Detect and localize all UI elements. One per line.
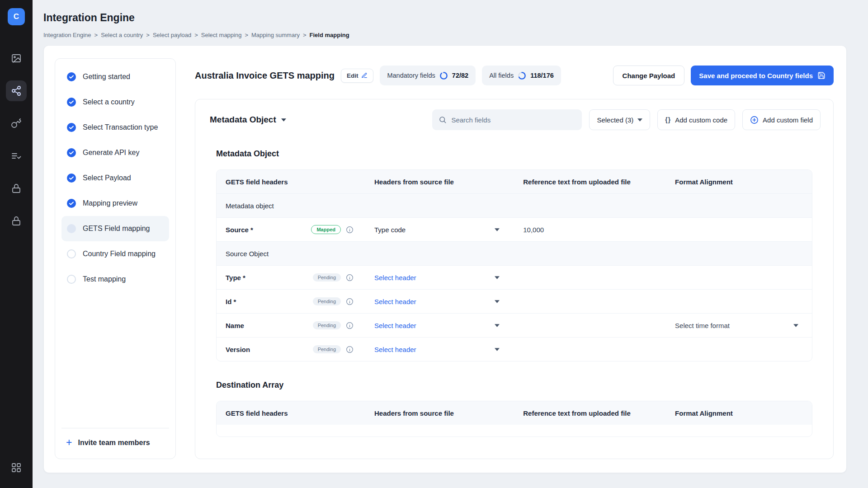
select-header-link: Select header <box>374 298 416 305</box>
rail-item-privacy[interactable] <box>6 211 27 231</box>
chevron-down-icon <box>495 276 500 279</box>
step-getting-started[interactable]: Getting started <box>61 64 169 89</box>
chevron-down-icon <box>495 228 500 231</box>
field-row-id: Id * Pending Select header <box>217 289 812 313</box>
invite-team-members-button[interactable]: + Invite team members <box>61 428 169 450</box>
status-badge-mapped: Mapped <box>311 225 341 234</box>
column-header-source-headers: Headers from source file <box>374 409 523 417</box>
rail-item-checklist[interactable] <box>6 145 27 166</box>
info-icon[interactable] <box>346 226 354 234</box>
field-row-type: Type * Pending Select header <box>217 265 812 289</box>
field-name: Name <box>226 322 244 329</box>
step-dot <box>67 249 76 258</box>
lock-icon <box>11 216 22 226</box>
save-proceed-label: Save and proceed to Country fields <box>699 72 813 80</box>
rail-item-apps[interactable] <box>6 457 27 478</box>
column-header-format-alignment: Format Alignment <box>675 409 812 417</box>
step-country-field-mapping[interactable]: Country Field mapping <box>61 241 169 267</box>
apps-grid-icon <box>11 462 22 473</box>
step-select-transaction-type[interactable]: Select Transaction type <box>61 115 169 140</box>
header-select-name[interactable]: Select header <box>374 322 523 329</box>
table-header-row: GETS field headers Headers from source f… <box>217 170 812 193</box>
breadcrumb-item-select-payload[interactable]: Select payload <box>153 32 191 38</box>
all-fields-count: 118/176 <box>530 72 554 79</box>
image-icon <box>11 53 22 64</box>
workspace-card: Getting started Select a country Select … <box>43 45 847 473</box>
app-rail: C <box>0 0 33 488</box>
info-icon[interactable] <box>346 346 354 353</box>
mapping-card: Metadata Object Selected (3) {} Add cust… <box>195 99 834 459</box>
header-select-id[interactable]: Select header <box>374 298 523 305</box>
metadata-mapping-table: GETS field headers Headers from source f… <box>216 169 812 361</box>
header-select-version[interactable]: Select header <box>374 346 523 353</box>
time-format-value: Select time format <box>675 322 730 329</box>
step-label: GETS Field mapping <box>83 225 150 233</box>
selected-dropdown[interactable]: Selected (3) <box>589 109 650 130</box>
header-select-type[interactable]: Select header <box>374 274 523 282</box>
field-row-version: Version Pending Select header <box>217 337 812 361</box>
lock-icon <box>11 183 22 194</box>
add-custom-code-button[interactable]: {} Add custom code <box>657 109 735 130</box>
add-custom-field-button[interactable]: Add custom field <box>742 109 821 130</box>
destination-section-title: Destination Array <box>216 380 812 390</box>
rail-item-security[interactable] <box>6 178 27 199</box>
step-gets-field-mapping[interactable]: GETS Field mapping <box>61 216 169 241</box>
step-generate-api-key[interactable]: Generate API key <box>61 140 169 165</box>
all-fields-label: All fields <box>489 72 514 79</box>
mapping-content: Australia Invoice GETS mapping Edit Mand… <box>195 58 834 459</box>
rail-item-gallery[interactable] <box>6 48 27 69</box>
table-area: Metadata Object GETS field headers Heade… <box>216 130 812 437</box>
table-header-row: GETS field headers Headers from source f… <box>217 401 812 425</box>
add-custom-code-label: Add custom code <box>675 116 727 124</box>
rail-item-integrations[interactable] <box>6 80 27 101</box>
breadcrumb-separator: > <box>94 32 98 38</box>
search-input[interactable] <box>451 116 576 124</box>
change-payload-button[interactable]: Change Payload <box>613 66 685 85</box>
breadcrumb-item-mapping-summary[interactable]: Mapping summary <box>251 32 300 38</box>
object-selector-label: Metadata Object <box>210 115 276 125</box>
time-format-select[interactable]: Select time format <box>675 322 812 329</box>
step-select-payload[interactable]: Select Payload <box>61 165 169 191</box>
breadcrumb-item-select-a-country[interactable]: Select a country <box>101 32 143 38</box>
breadcrumb-separator: > <box>146 32 150 38</box>
clipped-rows <box>217 425 812 436</box>
step-select-a-country[interactable]: Select a country <box>61 89 169 115</box>
integration-flow-icon <box>11 85 22 96</box>
progress-ring-icon <box>518 71 526 80</box>
header-select-source[interactable]: Type code <box>374 226 523 234</box>
status-badge-pending: Pending <box>313 321 341 329</box>
select-header-link: Select header <box>374 322 416 329</box>
group-label: Source Object <box>226 250 269 258</box>
selected-header-value: Type code <box>374 226 406 234</box>
object-selector-dropdown[interactable]: Metadata Object <box>208 115 286 125</box>
step-test-mapping[interactable]: Test mapping <box>61 267 169 292</box>
column-header-reference-text: Reference text from uploaded file <box>523 178 675 186</box>
rail-item-api-keys[interactable] <box>6 113 27 134</box>
destination-mapping-table: GETS field headers Headers from source f… <box>216 401 812 437</box>
breadcrumb-item-integration-engine[interactable]: Integration Engine <box>43 32 91 38</box>
mapping-controls: Metadata Object Selected (3) {} Add cust… <box>208 109 821 130</box>
check-circle-icon <box>67 123 76 132</box>
edit-button[interactable]: Edit <box>341 69 374 83</box>
plus-circle-icon <box>750 116 759 124</box>
breadcrumb-item-select-mapping[interactable]: Select mapping <box>201 32 242 38</box>
step-label: Getting started <box>83 73 130 81</box>
info-icon[interactable] <box>346 322 354 329</box>
breadcrumb-separator: > <box>194 32 198 38</box>
save-proceed-button[interactable]: Save and proceed to Country fields <box>691 66 834 85</box>
info-icon[interactable] <box>346 298 354 305</box>
info-icon[interactable] <box>346 274 354 282</box>
field-row-name: Name Pending Select header Select time f… <box>217 313 812 337</box>
step-mapping-preview[interactable]: Mapping preview <box>61 191 169 216</box>
chevron-down-icon <box>793 324 798 327</box>
step-label: Select a country <box>83 98 135 106</box>
chevron-down-icon <box>495 324 500 327</box>
status-badge-pending: Pending <box>313 345 341 353</box>
breadcrumb: Integration Engine > Select a country > … <box>43 32 847 38</box>
check-circle-icon <box>67 174 76 183</box>
select-header-link: Select header <box>374 274 416 282</box>
app-logo[interactable]: C <box>8 8 25 25</box>
mandatory-fields-chip: Mandatory fields 72/82 <box>380 66 476 85</box>
metadata-section-title: Metadata Object <box>216 149 812 159</box>
step-label: Country Field mapping <box>83 250 156 258</box>
